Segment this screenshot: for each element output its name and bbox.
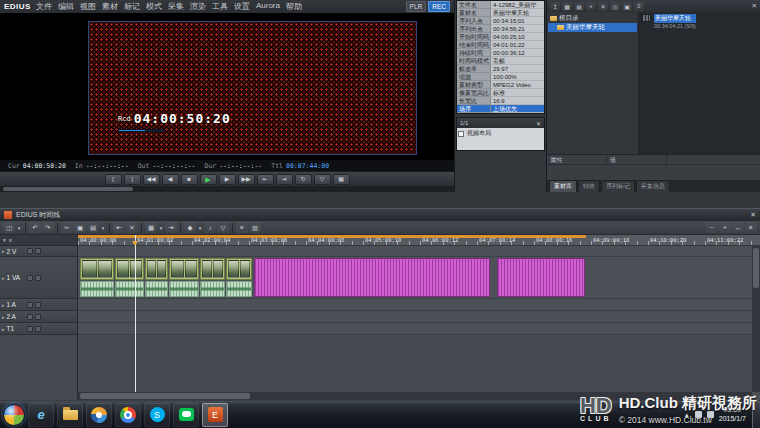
video-clip-4[interactable] [200,258,225,280]
track-header-1a[interactable]: ▸1 A [0,299,77,311]
property-row-2[interactable]: 序列入点00:34:15;01 [457,17,544,25]
track-lock-icon[interactable] [35,302,41,308]
timeline-track-area[interactable]: 04:00:00;0004:01:00;0204:02:00;0404:03:0… [78,235,760,400]
timeline-menu-icon[interactable]: ≡ [745,222,757,233]
track-lane-t1[interactable] [78,323,752,335]
mode-button-plr[interactable]: PLR [406,1,427,12]
property-row-4[interactable]: 开始时间码04:00:25;10 [457,33,544,41]
property-row-8[interactable]: 帧速率29.97 [457,65,544,73]
ripple-delete-icon[interactable]: ⇤ [113,222,125,233]
track-lock-icon[interactable] [35,248,41,254]
save-icon[interactable]: ◫ [3,222,15,233]
add-marker-button[interactable]: ▽ [314,174,331,185]
menu-item-4[interactable]: 标记 [124,1,140,12]
bin-tab-1[interactable]: 特效 [578,180,600,192]
close-icon[interactable]: ✕ [752,2,757,10]
bin-tab-2[interactable]: 序列标记 [601,180,635,192]
internet-explorer-icon[interactable]: e [28,403,54,427]
menu-item-8[interactable]: 工具 [212,1,228,12]
video-clip-5[interactable] [226,258,252,280]
loop-play-button[interactable]: ↻ [295,174,312,185]
cut-icon[interactable]: ✂ [61,222,73,233]
track-expand-icon[interactable]: ▸ [2,302,5,308]
property-row-10[interactable]: 素材类型MPEG2 Video [457,81,544,89]
media-player-icon[interactable] [86,403,112,427]
property-row-13[interactable]: 场序上场优先 [457,105,544,113]
edit-mode-icon[interactable]: ▦ [145,222,157,233]
menu-item-0[interactable]: 文件 [36,1,52,12]
audio-clip-0[interactable] [80,281,114,297]
start-button[interactable] [3,404,25,426]
track-expand-icon[interactable]: ▸ [2,314,5,320]
track-header-2a[interactable]: ▸2 A [0,311,77,323]
wechat-icon[interactable] [173,403,199,427]
properties-icon[interactable]: ▣ [622,2,632,11]
audio-clip-3[interactable] [169,281,199,297]
chrome-icon[interactable] [115,403,141,427]
track-lane-1va[interactable] [78,257,752,299]
bin-tree-item-0[interactable]: 根目录 [548,14,637,23]
video-clip-3[interactable] [169,258,199,280]
add-marker-icon[interactable]: ▽ [217,222,229,233]
video-clip-2[interactable] [145,258,168,280]
track-mute-icon[interactable] [27,302,33,308]
playhead-marker[interactable] [132,241,138,246]
stop-button[interactable]: ■ [181,174,198,185]
add-transition-menu-icon[interactable]: ▾ [197,222,203,233]
edit-mode-menu-icon[interactable]: ▾ [158,222,164,233]
menu-item-7[interactable]: 渲染 [190,1,206,12]
preview-scrollbar-thumb[interactable] [3,187,133,191]
volume-icon[interactable] [707,411,714,418]
play-button[interactable]: ▶ [200,174,217,185]
skype-icon[interactable]: S [144,403,170,427]
export-button[interactable]: ▦ [333,174,350,185]
track-lane-2a[interactable] [78,311,752,323]
close-icon[interactable]: ✕ [750,211,756,219]
zoom-out-icon[interactable]: − [706,222,718,233]
view-detail-icon[interactable]: ▤ [574,2,584,11]
copy-icon[interactable]: ▣ [74,222,86,233]
still-clip-0[interactable] [254,258,490,297]
paste-icon[interactable]: ▤ [87,222,99,233]
track-expand-icon[interactable]: ▸ [2,275,5,281]
view-thumbnail-icon[interactable]: ▦ [562,2,572,11]
timeline-vertical-scrollbar[interactable] [752,246,760,392]
property-row-11[interactable]: 像素宽高比标准 [457,89,544,97]
menu-item-9[interactable]: 设置 [234,1,250,12]
video-clip-0[interactable] [80,258,114,280]
goto-out-button[interactable]: ⇥ [276,174,293,185]
checkbox-icon[interactable] [458,131,464,137]
delete-icon[interactable]: ✕ [126,222,138,233]
property-row-0[interactable]: 文件名4-12982_美丽华 [457,1,544,9]
track-lock-icon[interactable] [35,314,41,320]
menu-item-5[interactable]: 模式 [146,1,162,12]
menu-item-3[interactable]: 素材 [102,1,118,12]
bin-tab-3[interactable]: 采集信息 [636,180,670,192]
taskbar-clock[interactable]: 05:59 2015/1/7 [719,406,746,424]
insert-overwrite-icon[interactable]: ⇥ [165,222,177,233]
menu-item-11[interactable]: 帮助 [286,1,302,12]
menu-item-10[interactable]: Aurora [256,1,280,12]
track-header-1va[interactable]: ▸1 VA [0,257,77,299]
track-lock-icon[interactable] [35,326,41,332]
preview-scrollbar[interactable] [0,186,454,192]
new-folder-icon[interactable]: + [586,2,596,11]
set-out-button[interactable]: ] [124,174,141,185]
panel-menu-icon[interactable]: ≡ [634,2,644,11]
video-clip-1[interactable] [115,258,144,280]
track-expand-icon[interactable]: ▸ [2,326,5,332]
property-row-1[interactable]: 素材名美丽华摩天轮 [457,9,544,17]
undo-icon[interactable]: ↶ [29,222,41,233]
fit-timeline-icon[interactable]: ↔ [732,222,744,233]
audio-clip-4[interactable] [200,281,225,297]
menu-item-1[interactable]: 编辑 [58,1,74,12]
redo-icon[interactable]: ↷ [42,222,54,233]
timeline-hscroll-thumb[interactable] [80,393,250,399]
up-folder-icon[interactable]: ↥ [550,2,560,11]
audio-mixer-icon[interactable]: ♪ [204,222,216,233]
track-menu-icon[interactable]: ▾ [3,237,6,243]
next-frame-button[interactable]: ▶ [219,174,236,185]
set-in-button[interactable]: [ [105,174,122,185]
zoom-in-icon[interactable]: + [719,222,731,233]
bin-tree-item-1[interactable]: 美丽华摩天轮 [548,23,637,32]
